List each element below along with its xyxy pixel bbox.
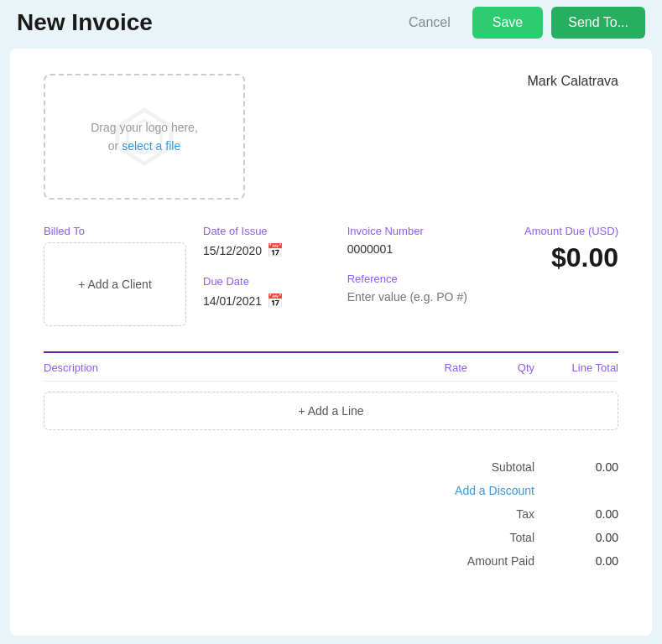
tax-value: 0.00 <box>551 507 618 521</box>
save-button[interactable]: Save <box>472 7 543 39</box>
col-qty-header: Qty <box>467 361 534 374</box>
invoice-number-label: Invoice Number <box>347 225 475 237</box>
add-client-label: + Add a Client <box>78 278 152 291</box>
amount-paid-label: Amount Paid <box>383 554 551 568</box>
cancel-button[interactable]: Cancel <box>395 8 464 37</box>
amount-paid-row: Amount Paid 0.00 <box>44 549 618 573</box>
invoice-number-value: 0000001 <box>347 242 475 256</box>
tax-row: Tax 0.00 <box>44 502 618 526</box>
table-header: Description Rate Qty Line Total <box>44 353 618 382</box>
invoice-number-group: Invoice Number 0000001 <box>347 225 475 256</box>
amount-due-value: $0.00 <box>491 242 618 273</box>
logo-dropzone[interactable]: Drag your logo here, or select a file <box>44 74 245 200</box>
header: New Invoice Cancel Save Send To... <box>0 0 662 45</box>
due-date-text: 14/01/2021 <box>203 294 262 308</box>
add-client-button[interactable]: + Add a Client <box>44 242 186 326</box>
reference-label: Reference <box>347 273 475 285</box>
discount-value <box>551 484 618 497</box>
discount-row: Add a Discount <box>44 479 618 502</box>
col-rate-header: Rate <box>367 361 467 374</box>
amount-due-col: Amount Due (USD) $0.00 <box>491 225 618 273</box>
add-discount-button[interactable]: Add a Discount <box>383 484 551 497</box>
send-button[interactable]: Send To... <box>551 7 645 39</box>
date-of-issue-label: Date of Issue <box>203 225 331 237</box>
invoice-card: Drag your logo here, or select a file Ma… <box>10 49 652 636</box>
tax-label: Tax <box>383 507 551 521</box>
total-label: Total <box>383 531 551 544</box>
page-title: New Invoice <box>17 9 395 36</box>
or-label: or <box>108 139 118 153</box>
add-line-button[interactable]: + Add a Line <box>44 392 618 430</box>
select-file-link[interactable]: select a file <box>122 139 180 153</box>
billed-to-label: Billed To <box>44 225 186 237</box>
fields-section: Billed To + Add a Client Date of Issue 1… <box>44 225 618 326</box>
company-name: Mark Calatrava <box>528 74 618 89</box>
reference-group: Reference <box>347 273 475 304</box>
due-date-value: 14/01/2021 📅 <box>203 293 331 309</box>
reference-input[interactable] <box>347 290 475 304</box>
reference-value[interactable] <box>347 290 475 304</box>
drag-text: Drag your logo here, or select a file <box>91 118 198 156</box>
due-date-group: Due Date 14/01/2021 📅 <box>203 275 331 309</box>
subtotal-row: Subtotal 0.00 <box>44 455 618 479</box>
billed-to-group: Billed To + Add a Client <box>44 225 186 326</box>
totals-section: Subtotal 0.00 Add a Discount Tax 0.00 To… <box>44 455 618 573</box>
total-row: Total 0.00 <box>44 526 618 549</box>
amount-due-label: Amount Due (USD) <box>491 225 618 237</box>
calendar-icon-due-date[interactable]: 📅 <box>267 293 284 309</box>
amount-paid-value: 0.00 <box>551 554 618 568</box>
date-of-issue-text: 15/12/2020 <box>203 244 262 257</box>
col-line-total-header: Line Total <box>534 361 618 374</box>
date-of-issue-group: Date of Issue 15/12/2020 📅 <box>203 225 331 258</box>
header-actions: Cancel Save Send To... <box>395 7 645 39</box>
subtotal-value: 0.00 <box>551 460 618 474</box>
top-section: Drag your logo here, or select a file Ma… <box>44 74 618 200</box>
calendar-icon-date-of-issue[interactable]: 📅 <box>267 242 284 258</box>
col-description-header: Description <box>44 361 367 374</box>
date-fields-col: Date of Issue 15/12/2020 📅 Due Date 14/0… <box>203 225 331 325</box>
drag-label: Drag your logo here, <box>91 121 198 134</box>
due-date-label: Due Date <box>203 275 331 288</box>
invoice-number-fields-col: Invoice Number 0000001 Reference <box>347 225 475 320</box>
total-value: 0.00 <box>551 531 618 544</box>
subtotal-label: Subtotal <box>383 460 551 474</box>
date-of-issue-value: 15/12/2020 📅 <box>203 242 331 258</box>
invoice-number-text: 0000001 <box>347 242 394 256</box>
